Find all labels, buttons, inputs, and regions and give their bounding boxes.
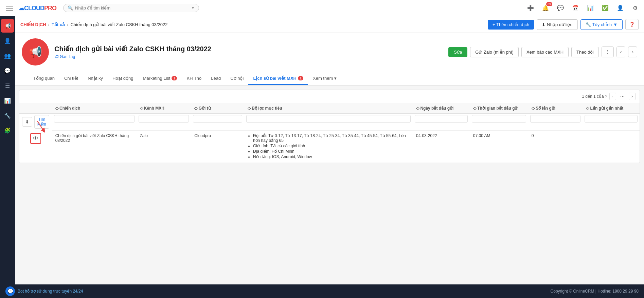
view-social-report-button[interactable]: Xem báo cáo MXH [521,47,569,57]
tab-tong-quan[interactable]: Tổng quan [29,72,59,85]
filter-item-location: Địa điểm: Hồ Chí Minh [253,149,409,154]
campaign-info: 📢 Chiến dịch gửi bài viết Zalo CSKH thán… [22,38,637,70]
filter-ngay-input[interactable] [415,115,468,123]
cell-chien-dich: Chiến dịch gửi bài viết Zalo CSKH tháng … [52,130,137,163]
download-icon: ⬇ [542,22,545,27]
footer: 💬 Bot hỗ trợ sử dụng trực tuyến 24/24 Co… [0,284,644,298]
filter-kenh-mxh-input[interactable] [139,115,189,123]
settings-icon[interactable]: ⚙ [630,3,640,13]
main-content: CHIẾN DỊCH › Tất cả › Chiến dịch gửi bài… [15,16,644,298]
send-zalo-button[interactable]: Gửi Zalo (miễn phí) [470,47,519,57]
breadcrumb-bar: CHIẾN DỊCH › Tất cả › Chiến dịch gửi bài… [15,16,644,33]
tab-nhat-ky[interactable]: Nhật ký [83,72,108,85]
export-button[interactable]: ⬇ [22,117,32,127]
breadcrumb-all-link[interactable]: Tất cả [52,22,65,27]
search-filter-button[interactable]: Tìm kiếm [34,115,49,129]
filter-list: Độ tuổi: Từ 0-12, Từ 13-17, Từ 18-24, Từ… [248,133,409,159]
pagination-next-button[interactable]: › [629,93,636,100]
sidebar-item-reports[interactable]: 📊 [1,94,14,107]
add-button[interactable]: ➕ [526,3,535,13]
user-profile-icon[interactable]: 👤 [615,3,625,13]
lich-su-mxh-badge: 1 [298,76,303,80]
prev-button[interactable]: ‹ [616,46,626,57]
table-row: 👁 Chiến dịch gửi bài viết Zalo CSKH thán… [19,130,640,163]
notification-bell-icon[interactable]: 🔔 39 [541,3,550,13]
col-so-lan-header[interactable]: ◇ Số lần gửi [528,103,583,114]
app-logo: ☁CLOUDPRO [18,4,56,12]
chat-support-icon: 💬 [5,286,15,296]
arrow-annotation: 👁 [30,133,41,144]
help-button[interactable]: ❓ [625,19,639,30]
col-bo-loc-header[interactable]: ◇ Bộ lọc mục tiêu [244,103,413,114]
table-section: 1 đến 1 của ? ‹ ··· › ◇ Chiến dịch ◇ Kên… [19,90,640,163]
cell-kenh-mxh: Zalo [137,130,191,163]
add-campaign-button[interactable]: + Thêm chiến dịch [488,20,534,30]
filter-so-lan-input[interactable] [530,115,580,123]
calendar-icon[interactable]: 📅 [571,3,580,13]
navbar: ☁CLOUDPRO 🔍 ▼ ➕ 🔔 39 💬 📅 📊 ✅ 👤 ⚙ [0,0,644,16]
breadcrumb-current: Chiến dịch gửi bài viết Zalo CSKH tháng … [70,22,167,27]
eye-icon: 👁 [33,135,38,142]
hamburger-menu-icon[interactable] [4,3,15,14]
breadcrumb-root[interactable]: CHIẾN DỊCH [20,22,46,27]
tab-hoat-dong[interactable]: Hoạt động [108,72,138,85]
cell-so-lan-gui: 0 [528,130,583,163]
tab-kh-tho[interactable]: KH Thô [182,72,206,85]
edit-button[interactable]: Sửa [448,47,467,57]
chat-support[interactable]: 💬 Bot hỗ trợ sử dụng trực tuyến 24/24 [5,286,83,296]
search-dropdown-arrow-icon[interactable]: ▼ [191,6,195,10]
filter-gui-tu-input[interactable] [193,115,242,123]
tab-xem-them[interactable]: Xem thêm ▾ [308,72,341,85]
sidebar-item-contacts[interactable]: 👤 [1,34,14,48]
tab-lich-su-mxh[interactable]: Lịch sử bài viết MXH 1 [248,72,308,85]
cell-gui-tu: Cloudpro [191,130,244,163]
pagination-text: 1 đến 1 của ? [582,94,607,99]
col-lan-gui-header[interactable]: ◇ Lần gửi gần nhất [583,103,640,114]
notification-badge: 39 [546,2,552,6]
col-thoi-gian-header[interactable]: ◇ Thời gian bắt đầu gửi [470,103,528,114]
campaign-actions: Sửa Gửi Zalo (miễn phí) Xem báo cáo MXH … [448,46,637,57]
sidebar-item-chat[interactable]: 💬 [1,64,14,77]
analytics-icon[interactable]: 📊 [586,3,595,13]
campaign-avatar: 📢 [22,38,49,66]
col-kenh-mxh-header[interactable]: ◇ Kênh MXH [137,103,191,114]
sidebar-item-plugins[interactable]: 🧩 [1,124,14,137]
more-options-button[interactable]: ⋮ [602,46,614,57]
navbar-right-icons: ➕ 🔔 39 💬 📅 📊 ✅ 👤 ⚙ [526,3,640,13]
pagination-more-button[interactable]: ··· [618,93,627,100]
sidebar-item-campaign[interactable]: 📢 [1,19,14,33]
next-button[interactable]: › [628,46,637,57]
breadcrumb: CHIẾN DỊCH › Tất cả › Chiến dịch gửi bài… [20,22,167,27]
filter-thoi-gian-input[interactable] [472,115,526,123]
view-record-button[interactable]: 👁 [30,133,41,144]
messages-icon[interactable]: 💬 [556,3,565,13]
breadcrumb-sep2: › [67,22,68,27]
pagination-info: 1 đến 1 của ? ‹ ··· › [582,93,636,100]
global-search-bar[interactable]: 🔍 ▼ [63,4,199,12]
cell-bo-loc: Độ tuổi: Từ 0-12, Từ 13-17, Từ 18-24, Từ… [244,130,413,163]
sidebar-item-list[interactable]: ☰ [1,79,14,92]
tasks-icon[interactable]: ✅ [601,3,610,13]
cell-thoi-gian-bat-dau: 07:00 AM [470,130,528,163]
cell-ngay-bat-dau: 04-03-2022 [413,130,470,163]
sidebar-item-groups[interactable]: 👥 [1,49,14,62]
pagination-prev-button[interactable]: ‹ [609,93,616,100]
sidebar-item-tools[interactable]: 🔧 [1,109,14,122]
filter-lan-gui-input[interactable] [585,115,638,123]
col-ngay-header[interactable]: ◇ Ngày bắt đầu gửi [413,103,470,114]
customize-button[interactable]: 🔧 Tùy chỉnh ▼ [580,19,623,30]
breadcrumb-sep1: › [48,22,50,27]
campaign-tag-link[interactable]: 🏷 Gán Tag [54,54,443,59]
filter-chien-dich-input[interactable] [54,115,135,123]
tab-lead[interactable]: Lead [206,72,226,85]
tab-chi-tiet[interactable]: Chi tiết [59,72,83,85]
follow-button[interactable]: Theo dõi [571,47,599,57]
tab-co-hoi[interactable]: Cơ hội [226,72,248,85]
col-gui-tu-header[interactable]: ◇ Gửi từ [191,103,244,114]
filter-bo-loc-input[interactable] [246,115,411,123]
tab-marketing-list[interactable]: Marketing List 1 [138,72,182,85]
search-input[interactable] [75,5,189,11]
import-data-button[interactable]: ⬇ Nhập dữ liệu [537,19,577,30]
col-chien-dich-header[interactable]: ◇ Chiến dịch [52,103,137,114]
filter-item-age: Độ tuổi: Từ 0-12, Từ 13-17, Từ 18-24, Từ… [253,133,409,143]
